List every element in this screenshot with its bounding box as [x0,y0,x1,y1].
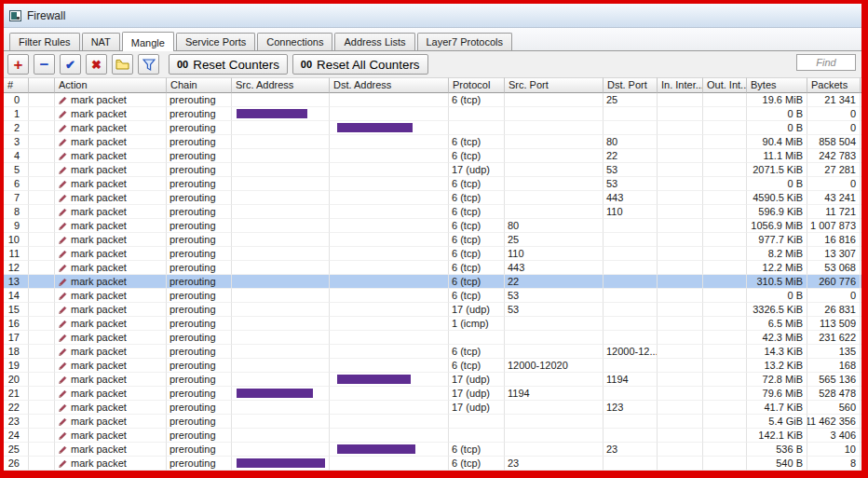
disable-button[interactable]: ✖ [86,54,107,75]
table-row[interactable]: 1mark packetprerouting0 B0 [4,107,861,121]
cell-filler [861,387,861,401]
cell-out-interface [703,191,747,205]
cell-packets: 53 068 [807,261,861,275]
cell-flags [29,205,55,219]
cell-protocol: 17 (udp) [449,373,505,387]
cell-dst-address [330,275,449,289]
cell-in-interface [658,93,703,107]
table-row[interactable]: 0mark packetprerouting6 (tcp)2519.6 MiB2… [4,93,861,107]
cell-src-port [505,191,604,205]
cell-filler [861,359,861,373]
column-header-chain[interactable]: Chain [167,77,232,93]
table-row[interactable]: 17mark packetprerouting42.3 MiB231 622 [4,331,861,345]
table-row[interactable]: 21mark packetprerouting17 (udp)119479.6 … [4,387,861,401]
reset-all-counters-button[interactable]: 00 Reset All Counters [292,54,428,75]
column-header-flags[interactable] [29,77,55,93]
cell-packets: 1 007 873 [807,219,861,233]
firewall-window: Firewall Filter RulesNATMangleService Po… [4,4,861,471]
cell-chain: prerouting [167,219,232,233]
column-header-[interactable]: # [4,77,29,93]
table-row[interactable]: 4mark packetprerouting6 (tcp)2211.1 MiB2… [4,149,861,163]
cell-filler [861,303,861,317]
cell-dst-port: 80 [604,135,658,149]
table-row[interactable]: 23mark packetprerouting5.4 GiB11 462 356 [4,415,861,429]
table-row[interactable]: 22mark packetprerouting17 (udp)12341.7 K… [4,401,861,415]
table-row[interactable]: 20mark packetprerouting17 (udp)119472.8 … [4,373,861,387]
table-row[interactable]: 18mark packetprerouting6 (tcp)12000-12..… [4,345,861,359]
cell-dst-port: 25 [604,93,658,107]
cell-out-interface [703,415,747,429]
column-header-bytes[interactable]: Bytes [747,77,807,93]
add-button[interactable]: + [7,54,29,75]
column-header-out-int[interactable]: Out. Int... [703,77,747,93]
cell-out-interface [703,149,747,163]
table-row[interactable]: 2mark packetprerouting0 B0 [4,121,861,135]
table-row[interactable]: 16mark packetprerouting1 (icmp)6.5 MiB11… [4,317,861,331]
table-row[interactable]: 11mark packetprerouting6 (tcp)1108.2 MiB… [4,247,861,261]
cell-bytes: 8.2 MiB [747,247,807,261]
cell-flags [29,373,55,387]
cell-packets: 260 776 [807,275,861,289]
table-row[interactable]: 13mark packetprerouting6 (tcp)22310.5 Mi… [4,275,861,289]
tab-service-ports[interactable]: Service Ports [176,33,255,50]
column-header-src-address[interactable]: Src. Address [232,77,330,93]
cell-bytes: 0 B [747,177,807,191]
cell-src-port [505,205,604,219]
table-row[interactable]: 19mark packetprerouting6 (tcp)12000-1202… [4,359,861,373]
cell-src-address [232,107,330,121]
cell-packets: 0 [807,177,861,191]
column-header-in-inter[interactable]: In. Inter... [658,77,703,93]
table-row[interactable]: 3mark packetprerouting6 (tcp)8090.4 MiB8… [4,135,861,149]
reset-counters-button[interactable]: 00 Reset Counters [169,54,288,75]
cell-chain: prerouting [167,275,232,289]
tab-connections[interactable]: Connections [257,33,332,50]
column-header-packets[interactable]: Packets [807,77,861,93]
cell-dst-port [604,275,658,289]
cell-index: 5 [4,163,29,177]
table-row[interactable]: 12mark packetprerouting6 (tcp)44312.2 Mi… [4,261,861,275]
filter-button[interactable] [138,54,159,75]
column-header-src-port[interactable]: Src. Port [505,77,604,93]
column-header-dst-port[interactable]: Dst. Port [604,77,658,93]
tab-address-lists[interactable]: Address Lists [334,33,414,50]
cell-bytes: 977.7 KiB [747,233,807,247]
table-row[interactable]: 7mark packetprerouting6 (tcp)4434590.5 K… [4,191,861,205]
column-header-dst-address[interactable]: Dst. Address [330,77,449,93]
column-header-action[interactable]: Action [55,77,167,93]
tab-nat[interactable]: NAT [82,33,120,50]
column-header-protocol[interactable]: Protocol [449,77,505,93]
find-button[interactable]: Find [796,54,856,71]
mark-pencil-icon [59,124,67,132]
cell-bytes: 0 B [747,107,807,121]
cell-filler [861,345,861,359]
table-row[interactable]: 8mark packetprerouting6 (tcp)110596.9 Ki… [4,205,861,219]
table-row[interactable]: 24mark packetprerouting142.1 KiB3 406 [4,429,861,443]
cell-packets: 16 816 [807,233,861,247]
window-icon[interactable] [9,10,21,21]
tab-mangle[interactable]: Mangle [122,32,174,51]
cell-bytes: 5.4 GiB [747,415,807,429]
cell-protocol: 17 (udp) [449,401,505,415]
cell-in-interface [658,401,703,415]
table-row[interactable]: 6mark packetprerouting6 (tcp)530 B0 [4,177,861,191]
table-row[interactable]: 15mark packetprerouting17 (udp)533326.5 … [4,303,861,317]
table-row[interactable]: 10mark packetprerouting6 (tcp)25977.7 Ki… [4,233,861,247]
tab-layer7-protocols[interactable]: Layer7 Protocols [417,33,513,50]
remove-button[interactable]: − [34,54,55,75]
column-header-filler[interactable] [861,77,861,93]
redacted-dst-address [337,123,413,132]
action-label: mark packet [71,191,127,204]
table-row[interactable]: 5mark packetprerouting17 (udp)532071.5 K… [4,163,861,177]
table-row[interactable]: 14mark packetprerouting6 (tcp)530 B0 [4,289,861,303]
cell-protocol: 6 (tcp) [449,247,505,261]
table-row[interactable]: 25mark packetprerouting6 (tcp)23536 B10 [4,443,861,457]
cell-protocol: 17 (udp) [449,303,505,317]
cell-index: 23 [4,415,29,429]
cell-out-interface [703,443,747,457]
comment-button[interactable] [112,54,133,75]
enable-button[interactable]: ✔ [60,54,81,75]
table-row[interactable]: 9mark packetprerouting6 (tcp)801056.9 Mi… [4,219,861,233]
cell-dst-address [330,205,449,219]
table-row[interactable]: 26mark packetprerouting6 (tcp)23540 B8 [4,457,861,471]
tab-filter-rules[interactable]: Filter Rules [9,33,80,50]
